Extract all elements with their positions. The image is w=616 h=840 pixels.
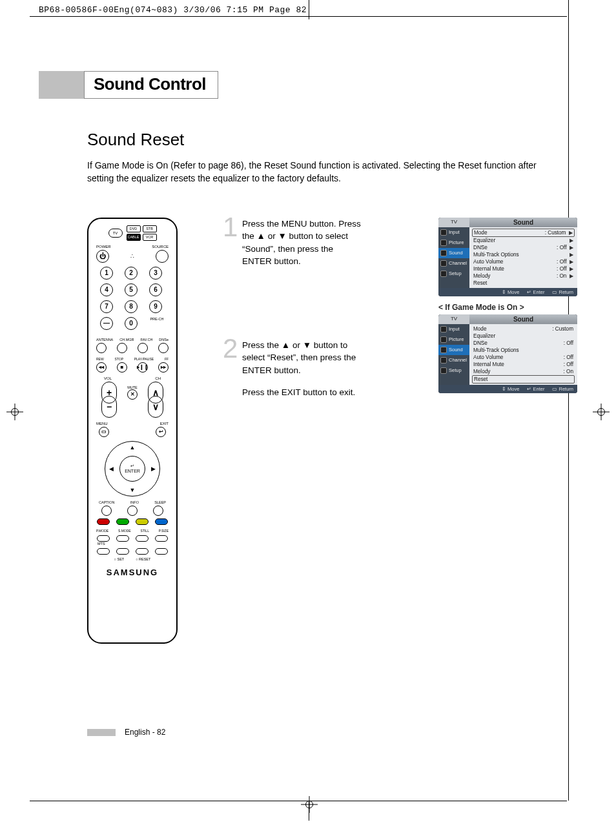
blue-button [155,518,168,525]
osd-caption: < If Game Mode is On > [438,303,577,312]
step-1: 1 Press the MENU button. Press the ▲ or … [223,218,432,268]
arrow-right-icon: ▶ [151,466,156,472]
exit-button: ↩ [156,427,166,437]
page-header-meta: BP68-00586F-00Eng(074~083) 3/30/06 7:15 … [39,5,307,15]
ch-down-icon: ∨ [148,396,163,418]
stop-icon: ■ [117,362,127,373]
rewind-icon: ◂◂ [96,362,107,373]
vol-down-icon: − [101,396,117,418]
menu-button: ▭ [99,427,109,437]
page-footer: English - 82 [87,728,165,737]
source-button [156,250,169,263]
remote-illustration: TV DVD STB CABLE VCR POWER SOURCE ⏻ [87,218,178,644]
page-subtitle: Sound Reset [87,130,577,150]
input-icon [440,229,447,236]
arrow-down-icon: ▼ [130,487,136,493]
ff-icon: ▸▸ [158,362,169,373]
green-button [116,518,129,525]
intro-paragraph: If Game Mode is On (Refer to page 86), t… [87,159,539,185]
osd-list-1: Mode: Custom ▶ Equalizer▶ DNSe: Off ▶ Mu… [469,227,577,288]
arrow-up-icon: ▲ [130,444,136,451]
play-pause-icon: ▸❙❙ [138,362,148,373]
brand-logo: SAMSUNG [94,568,171,577]
sound-icon [440,250,447,256]
osd-sound-menu-reset: TV Sound Input Picture Sound Channel Set… [438,314,577,393]
channel-icon [440,260,447,267]
osd-sound-menu: TV Sound Input Picture Sound Channel Set… [438,218,577,296]
picture-icon [440,240,447,246]
section-title: Sound Control [94,74,206,94]
section-title-band: Sound Control [39,71,577,99]
arrow-left-icon: ◀ [109,466,114,472]
step-2: 2 Press the ▲ or ▼ button to select “Res… [223,339,432,398]
yellow-button [136,518,149,525]
setup-icon [440,271,447,277]
red-button [97,518,110,525]
power-icon: ⏻ [96,250,109,263]
osd-list-2: Mode: Custom Equalizer DNSe: Off Multi-T… [469,324,577,385]
remote-src-tv: TV [108,229,123,238]
nav-ring: ▲ ▼ ◀ ▶ ↵ENTER [105,441,160,497]
